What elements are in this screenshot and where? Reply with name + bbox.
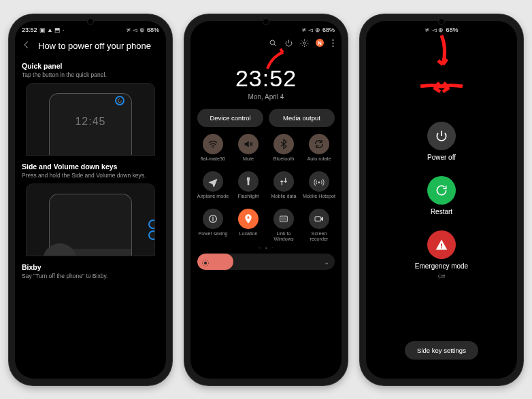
clock-time: 23:52 xyxy=(190,65,342,92)
quick-toggle-screen-rec[interactable]: Screen recorder xyxy=(302,209,336,243)
quick-toggle-location[interactable]: Location xyxy=(231,209,265,243)
notification-badge[interactable]: N xyxy=(316,39,324,47)
link-icon xyxy=(273,209,294,229)
phone-frame-2: ≭ ◅ ⊕ 68% N xyxy=(184,14,348,385)
svg-rect-6 xyxy=(247,177,250,179)
quick-toggle-label: Flashlight xyxy=(238,194,259,205)
status-left-icons: ▣ ▲ ⬒ · xyxy=(39,27,65,33)
back-icon[interactable] xyxy=(22,40,31,52)
quick-toggle-link-windows[interactable]: Link to Windows xyxy=(267,209,301,243)
annotation-arrow-icon xyxy=(427,78,465,99)
data-icon xyxy=(273,171,294,192)
quick-toggle-label: Mute xyxy=(243,156,254,167)
quick-toggle-label: Auto rotate xyxy=(307,156,331,167)
quick-toggle-bluetooth[interactable]: Bluetooth xyxy=(267,134,301,167)
search-icon[interactable] xyxy=(269,39,278,48)
section-body: Press and hold the Side and Volume down … xyxy=(22,172,159,179)
svg-rect-11 xyxy=(281,217,286,220)
brightness-icon xyxy=(201,258,210,266)
location-icon xyxy=(238,209,259,229)
svg-point-0 xyxy=(270,40,275,44)
page-title: How to power off your phone xyxy=(38,41,151,51)
section-heading: Quick panel xyxy=(22,62,159,70)
section-body: Say "Turn off the phone" to Bixby. xyxy=(22,273,159,280)
svg-point-7 xyxy=(318,181,320,184)
quick-toggle-label: flat-mate30 xyxy=(201,156,225,167)
record-icon xyxy=(309,209,329,229)
airplane-icon xyxy=(203,171,223,192)
rotate-icon xyxy=(309,134,329,154)
svg-point-2 xyxy=(332,39,333,41)
quick-toggle-label: Power saving xyxy=(198,231,227,242)
side-key-settings-button[interactable]: Side key settings xyxy=(405,341,478,360)
svg-point-3 xyxy=(332,42,333,44)
phone-frame-3: ≭ ◅ ⊕ 68% xyxy=(360,14,523,385)
svg-point-1 xyxy=(303,41,305,44)
svg-rect-12 xyxy=(315,216,321,221)
quick-toggle-hotspot[interactable]: Mobile Hotspot xyxy=(302,171,336,205)
leaf-icon xyxy=(203,209,223,229)
svg-rect-15 xyxy=(441,247,442,249)
warning-icon xyxy=(427,230,456,259)
restart-icon xyxy=(427,176,456,205)
phone-frame-1: 23:52 ▣ ▲ ⬒ · ≭ ◅ ⊕ 68% How to power off… xyxy=(9,14,172,385)
clock: 23:52 Mon, April 4 xyxy=(190,65,342,101)
power-icon[interactable] xyxy=(284,39,293,48)
emergency-label: Emergency mode xyxy=(415,262,468,270)
status-time: 23:52 xyxy=(22,27,37,33)
section-body: Tap the button in the quick panel. xyxy=(22,71,159,79)
flashlight-icon xyxy=(238,171,259,192)
quick-toggle-label: Bluetooth xyxy=(273,156,294,167)
svg-point-9 xyxy=(247,216,249,218)
section-side-volume: Side and Volume down keys Press and hold… xyxy=(15,162,166,260)
quick-toggle-label: Mobile data xyxy=(271,194,296,205)
status-battery: 68% xyxy=(322,27,335,33)
quick-panel-toolbar: N xyxy=(190,36,342,49)
power-off-button[interactable]: Power off xyxy=(427,122,456,161)
chevron-down-icon[interactable]: ⌄ xyxy=(324,258,329,266)
section-heading: Side and Volume down keys xyxy=(22,162,159,171)
volume-key-highlight xyxy=(148,220,155,229)
section-heading: Bixby xyxy=(22,263,159,271)
quick-toggle-mobile-data[interactable]: Mobile data xyxy=(267,171,301,205)
emergency-mode-button[interactable]: Emergency mode Off xyxy=(415,230,468,279)
section-bixby: Bixby Say "Turn off the phone" to Bixby. xyxy=(15,263,166,288)
wifi-icon xyxy=(203,134,223,154)
quick-toggle-flashlight[interactable]: Flashlight xyxy=(231,171,265,205)
restart-button[interactable]: Restart xyxy=(427,176,456,215)
mute-icon xyxy=(238,134,259,154)
power-icon-highlight xyxy=(115,96,124,105)
annotation-arrow-icon xyxy=(428,32,455,73)
restart-label: Restart xyxy=(431,208,452,215)
quick-toggle-label: Screen recorder xyxy=(302,231,336,243)
svg-point-4 xyxy=(332,46,333,47)
quick-toggle-flat-mate30[interactable]: flat-mate30 xyxy=(196,134,230,167)
illustration-side-keys xyxy=(26,184,155,256)
section-quick-panel: Quick panel Tap the button in the quick … xyxy=(15,62,166,160)
quick-toggle-label: Airplane mode xyxy=(197,194,229,205)
power-icon xyxy=(427,122,456,150)
power-off-label: Power off xyxy=(427,154,456,161)
quick-toggle-label: Location xyxy=(239,231,257,242)
clock-date: Mon, April 4 xyxy=(190,93,342,101)
status-signal-icons: ≭ ◅ ⊕ xyxy=(301,27,320,33)
illustration-time: 12:45 xyxy=(50,116,131,128)
gear-icon[interactable] xyxy=(300,39,309,48)
media-output-button[interactable]: Media output xyxy=(269,109,335,127)
quick-toggle-mute[interactable]: Mute xyxy=(231,134,265,167)
side-key-highlight xyxy=(148,230,155,240)
quick-toggle-airplane[interactable]: Airplane mode xyxy=(196,171,230,205)
svg-point-5 xyxy=(212,147,214,148)
quick-toggle-label: Link to Windows xyxy=(267,231,301,243)
page-indicator: ○ • · xyxy=(190,245,342,251)
emergency-sub: Off xyxy=(438,273,446,279)
illustration-quick-panel: 12:45 xyxy=(26,83,155,156)
overflow-icon[interactable] xyxy=(331,39,335,48)
bluetooth-icon xyxy=(273,134,294,154)
brightness-slider[interactable]: ⌄ xyxy=(197,254,335,270)
quick-toggle-power-saving[interactable]: Power saving xyxy=(196,209,230,243)
svg-point-13 xyxy=(204,262,207,264)
quick-toggle-auto-rotate[interactable]: Auto rotate xyxy=(302,134,336,167)
svg-rect-14 xyxy=(441,243,442,246)
device-control-button[interactable]: Device control xyxy=(197,109,263,127)
